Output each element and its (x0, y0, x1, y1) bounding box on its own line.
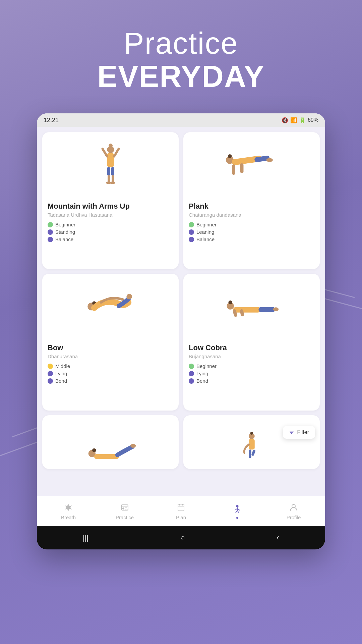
svg-rect-14 (232, 164, 235, 175)
nav-item-practice[interactable]: Practice (97, 502, 153, 520)
poses-grid: Mountain with Arms Up Tadasana Urdhva Ha… (37, 127, 325, 496)
svg-line-48 (237, 511, 239, 513)
pose-card-6[interactable] (183, 415, 320, 469)
nav-label-practice: Practice (116, 515, 134, 520)
svg-point-27 (273, 307, 278, 311)
wifi-icon: 📶 (290, 117, 297, 123)
svg-line-45 (235, 508, 237, 510)
app-header: Practice EVERYDAY (0, 0, 362, 113)
sys-nav-back[interactable]: ‹ (277, 533, 279, 542)
svg-rect-7 (108, 175, 110, 182)
header-line1: Practice (0, 27, 362, 60)
bottom-nav: Breath Practice (37, 496, 325, 526)
pose-name-bow: Bow (48, 343, 173, 352)
status-bar: 12:21 🔇 📶 🔋 69% (37, 113, 325, 127)
nav-label-profile: Profile (287, 515, 301, 520)
pose-name-low-cobra: Low Cobra (189, 343, 314, 352)
sys-nav-home[interactable]: ○ (180, 533, 185, 542)
battery-icon: 🔋 (299, 117, 306, 123)
svg-rect-15 (240, 163, 243, 173)
svg-point-33 (250, 432, 253, 435)
mute-icon: 🔇 (282, 117, 288, 123)
svg-point-29 (92, 448, 96, 452)
pose-card-plank[interactable]: Plank Chaturanga dandasana Beginner Lean… (183, 132, 320, 269)
practice-icon (119, 502, 130, 513)
pose-image-plank (189, 138, 314, 198)
pose-sanskrit-bow: Dhanurasana (48, 354, 173, 359)
nav-active-indicator (236, 517, 238, 519)
nav-item-breath[interactable]: Breath (40, 502, 97, 520)
pose-tags-bow: Middle Lying Bend (48, 363, 173, 384)
svg-line-2 (103, 149, 107, 157)
svg-rect-6 (111, 167, 114, 176)
device-frame: 12:21 🔇 📶 🔋 69% (37, 113, 325, 549)
svg-rect-30 (94, 454, 119, 459)
pose-card-mountain[interactable]: Mountain with Arms Up Tadasana Urdhva Ha… (42, 132, 179, 269)
plan-icon (175, 502, 187, 513)
svg-point-20 (126, 294, 132, 299)
pose-tags-plank: Beginner Leaning Balance (189, 222, 314, 242)
pose-image-mountain (48, 138, 173, 198)
svg-rect-5 (107, 167, 110, 176)
svg-rect-37 (121, 505, 128, 510)
profile-icon (288, 502, 299, 513)
pose-name-mountain: Mountain with Arms Up (48, 202, 173, 211)
pose-name-plank: Plank (189, 202, 314, 211)
pose-sanskrit-mountain: Tadasana Urdhva Hastasana (48, 212, 173, 218)
header-line2: EVERYDAY (0, 60, 362, 93)
pose-tags-mountain: Beginner Standing Balance (48, 222, 173, 242)
nav-label-plan: Plan (176, 515, 186, 520)
svg-rect-1 (107, 153, 114, 167)
svg-rect-26 (258, 307, 275, 312)
status-right: 🔇 📶 🔋 69% (282, 117, 318, 123)
svg-point-38 (122, 507, 124, 509)
nav-item-profile[interactable]: Profile (265, 502, 322, 520)
svg-rect-36 (251, 449, 255, 456)
filter-icon (289, 430, 294, 435)
pose-image-low-cobra (189, 279, 314, 339)
battery-percent: 69% (308, 117, 318, 123)
active-icon (232, 503, 243, 515)
svg-rect-39 (178, 504, 184, 511)
pose-card-low-cobra[interactable]: Low Cobra Bujanghasana Beginner Lying Be… (183, 274, 320, 411)
svg-point-17 (266, 158, 273, 162)
pose-card-bow[interactable]: Bow Dhanurasana Middle Lying Bend (42, 274, 179, 411)
breath-icon (63, 502, 74, 513)
svg-point-4 (109, 144, 113, 148)
pose-image-bow (48, 279, 173, 339)
svg-rect-35 (249, 449, 251, 458)
pose-sanskrit-plank: Chaturanga dandasana (189, 212, 314, 218)
nav-item-plan[interactable]: Plan (153, 502, 209, 520)
svg-rect-23 (233, 307, 260, 312)
svg-point-22 (228, 301, 232, 304)
nav-label-breath: Breath (61, 515, 76, 520)
svg-line-3 (114, 149, 119, 157)
pose-tags-low-cobra: Beginner Lying Bend (189, 363, 314, 384)
svg-point-10 (110, 181, 115, 184)
svg-line-46 (237, 508, 240, 510)
nav-item-active[interactable] (209, 503, 265, 519)
svg-rect-8 (112, 175, 114, 182)
pose-image-5 (48, 421, 173, 469)
svg-point-31 (130, 444, 135, 448)
filter-label: Filter (297, 429, 309, 435)
sys-nav-recents[interactable]: ||| (83, 533, 88, 542)
system-nav-bar: ||| ○ ‹ (37, 526, 325, 549)
pose-card-5[interactable] (42, 415, 179, 469)
status-time: 12:21 (44, 117, 59, 124)
filter-button[interactable]: Filter (283, 426, 315, 439)
svg-line-47 (236, 511, 237, 513)
pose-sanskrit-low-cobra: Bujanghasana (189, 354, 314, 359)
svg-point-43 (236, 505, 239, 507)
svg-point-12 (228, 154, 231, 158)
